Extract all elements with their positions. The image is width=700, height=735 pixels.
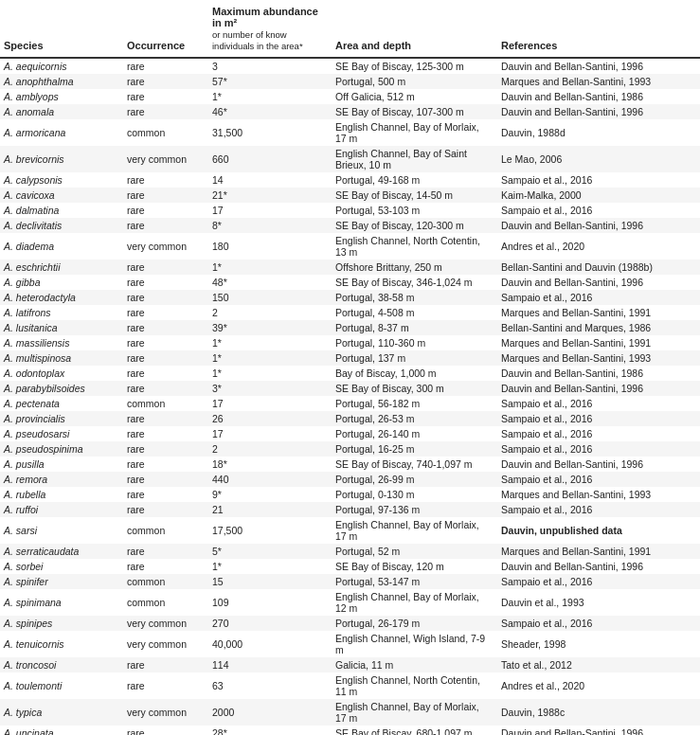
cell-occurrence: rare — [123, 89, 208, 104]
cell-maxabund: 2 — [208, 441, 332, 457]
cell-refs: Dauvin, 1988c — [497, 699, 700, 726]
table-row: A. provincialisrare26Portugal, 26-53 mSa… — [0, 411, 700, 426]
cell-species: A. serraticaudata — [0, 544, 123, 559]
cell-area: Portugal, 53-147 m — [332, 574, 497, 589]
cell-area: English Channel, Bay of Morlaix, 12 m — [332, 589, 497, 616]
cell-species: A. remora — [0, 472, 123, 487]
cell-refs: Sampaio et al., 2016 — [497, 502, 700, 517]
species-table: Species Occurrence Maximum abundance in … — [0, 0, 700, 735]
table-row: A. toulemontirare63English Channel, Nort… — [0, 672, 700, 699]
cell-maxabund: 17,500 — [208, 517, 332, 544]
cell-species: A. gibba — [0, 275, 123, 290]
cell-occurrence: rare — [123, 544, 208, 559]
cell-area: Portugal, 500 m — [332, 74, 497, 89]
cell-area: Off Galicia, 512 m — [332, 89, 497, 104]
cell-maxabund: 26 — [208, 411, 332, 426]
cell-occurrence: rare — [123, 305, 208, 320]
cell-refs: Marques and Bellan-Santini, 1993 — [497, 74, 700, 89]
cell-occurrence: common — [123, 574, 208, 589]
cell-area: English Channel, Bay of Morlaix, 17 m — [332, 517, 497, 544]
table-row: A. pseudospinimarare2Portugal, 16-25 mSa… — [0, 441, 700, 457]
cell-refs: Marques and Bellan-Santini, 1993 — [497, 487, 700, 502]
cell-refs: Dauvin and Bellan-Santini, 1996 — [497, 58, 700, 74]
cell-occurrence: very common — [123, 699, 208, 726]
cell-species: A. provincialis — [0, 411, 123, 426]
cell-species: A. multispinosa — [0, 350, 123, 366]
cell-species: A. armoricana — [0, 119, 123, 146]
cell-maxabund: 3* — [208, 381, 332, 396]
cell-refs: Dauvin, 1988d — [497, 119, 700, 146]
cell-maxabund: 109 — [208, 589, 332, 616]
cell-occurrence: rare — [123, 74, 208, 89]
table-row: A. remorarare440Portugal, 26-99 mSampaio… — [0, 472, 700, 487]
cell-refs: Dauvin and Bellan-Santini, 1996 — [497, 104, 700, 119]
cell-refs: Sampaio et al., 2016 — [497, 441, 700, 457]
cell-species: A. pseudosarsi — [0, 426, 123, 441]
table-row: A. armoricanacommon31,500English Channel… — [0, 119, 700, 146]
cell-refs: Kaim-Malka, 2000 — [497, 188, 700, 203]
cell-occurrence: very common — [123, 616, 208, 631]
cell-species: A. pusilla — [0, 457, 123, 472]
table-row: A. diademavery common180English Channel,… — [0, 233, 700, 260]
cell-maxabund: 14 — [208, 172, 332, 188]
cell-area: English Channel, North Cotentin, 13 m — [332, 233, 497, 260]
cell-species: A. latifrons — [0, 305, 123, 320]
cell-area: SE Bay of Biscay, 125-300 m — [332, 58, 497, 74]
table-row: A. gibbarare48*SE Bay of Biscay, 346-1,0… — [0, 275, 700, 290]
cell-area: Portugal, 26-140 m — [332, 426, 497, 441]
cell-maxabund: 2000 — [208, 699, 332, 726]
cell-occurrence: rare — [123, 472, 208, 487]
cell-refs: Sampaio et al., 2016 — [497, 574, 700, 589]
cell-area: SE Bay of Biscay, 107-300 m — [332, 104, 497, 119]
cell-occurrence: rare — [123, 426, 208, 441]
table-row: A. eschrichtiirare1*Offshore Brittany, 2… — [0, 260, 700, 275]
cell-area: Portugal, 8-37 m — [332, 320, 497, 335]
cell-maxabund: 28* — [208, 726, 332, 735]
cell-occurrence: rare — [123, 203, 208, 218]
cell-refs: Marques and Bellan-Santini, 1991 — [497, 305, 700, 320]
cell-refs: Dauvin and Bellan-Santini, 1996 — [497, 559, 700, 574]
cell-species: A. pseudospinima — [0, 441, 123, 457]
table-row: A. spinipesvery common270Portugal, 26-17… — [0, 616, 700, 631]
cell-occurrence: rare — [123, 457, 208, 472]
cell-refs: Sheader, 1998 — [497, 631, 700, 657]
cell-maxabund: 39* — [208, 320, 332, 335]
cell-maxabund: 40,000 — [208, 631, 332, 657]
table-row: A. tenuicornisvery common40,000English C… — [0, 631, 700, 657]
cell-species: A. sorbei — [0, 559, 123, 574]
cell-refs: Marques and Bellan-Santini, 1991 — [497, 335, 700, 350]
cell-area: Portugal, 38-58 m — [332, 290, 497, 305]
cell-occurrence: rare — [123, 320, 208, 335]
cell-area: Portugal, 97-136 m — [332, 502, 497, 517]
cell-occurrence: rare — [123, 487, 208, 502]
cell-maxabund: 31,500 — [208, 119, 332, 146]
cell-species: A. ruffoi — [0, 502, 123, 517]
cell-area: Galicia, 11 m — [332, 657, 497, 672]
cell-species: A. spinimana — [0, 589, 123, 616]
table-row: A. lusitanicarare39*Portugal, 8-37 mBell… — [0, 320, 700, 335]
cell-occurrence: rare — [123, 657, 208, 672]
cell-refs: Dauvin and Bellan-Santini, 1996 — [497, 218, 700, 233]
table-row: A. anophthalmarare57*Portugal, 500 mMarq… — [0, 74, 700, 89]
cell-species: A. typica — [0, 699, 123, 726]
cell-maxabund: 48* — [208, 275, 332, 290]
cell-refs: Le Mao, 2006 — [497, 146, 700, 172]
cell-area: SE Bay of Biscay, 14-50 m — [332, 188, 497, 203]
table-row: A. serraticaudatarare5*Portugal, 52 mMar… — [0, 544, 700, 559]
cell-refs: Sampaio et al., 2016 — [497, 411, 700, 426]
cell-maxabund: 15 — [208, 574, 332, 589]
cell-species: A. brevicornis — [0, 146, 123, 172]
cell-species: A. spinifer — [0, 574, 123, 589]
cell-maxabund: 440 — [208, 472, 332, 487]
table-row: A. multispinosarare1*Portugal, 137 mMarq… — [0, 350, 700, 366]
cell-refs: Dauvin and Bellan-Santini, 1986 — [497, 89, 700, 104]
cell-refs: Bellan-Santini and Dauvin (1988b) — [497, 260, 700, 275]
table-row: A. sarsicommon17,500English Channel, Bay… — [0, 517, 700, 544]
cell-refs: Marques and Bellan-Santini, 1993 — [497, 350, 700, 366]
cell-area: English Channel, North Cotentin, 11 m — [332, 672, 497, 699]
cell-maxabund: 18* — [208, 457, 332, 472]
cell-species: A. eschrichtii — [0, 260, 123, 275]
cell-maxabund: 8* — [208, 218, 332, 233]
cell-occurrence: rare — [123, 726, 208, 735]
cell-refs: Dauvin, unpublished data — [497, 517, 700, 544]
